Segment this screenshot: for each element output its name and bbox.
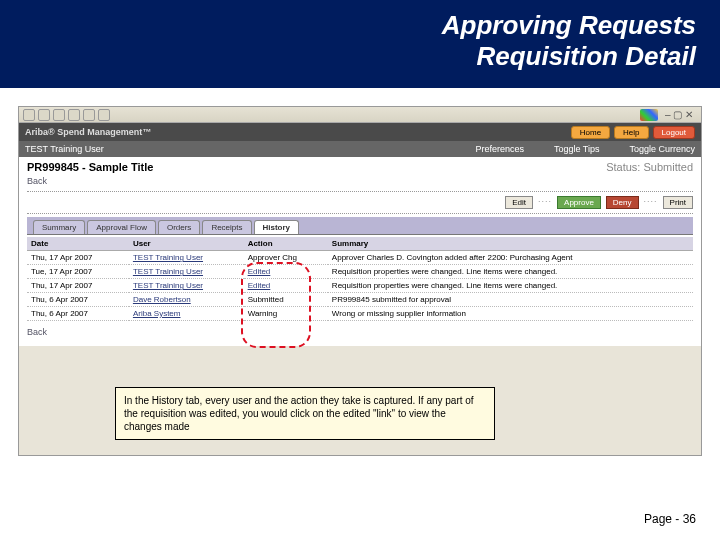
cell-summary: Wrong or missing supplier information	[328, 307, 693, 321]
cell-summary: Approver Charles D. Covington added afte…	[328, 251, 693, 265]
nav-toggle-tips[interactable]: Toggle Tips	[554, 144, 600, 154]
table-row: Thu, 17 Apr 2007TEST Training UserApprov…	[27, 251, 693, 265]
deny-button[interactable]: Deny	[606, 196, 639, 209]
cell-date: Thu, 6 Apr 2007	[27, 293, 129, 307]
cell-user[interactable]: Ariba System	[129, 307, 244, 321]
help-button[interactable]: Help	[614, 126, 648, 139]
slide-title-bar: Approving Requests Requisition Detail	[0, 0, 720, 88]
home-button[interactable]: Home	[571, 126, 610, 139]
cell-user[interactable]: TEST Training User	[129, 279, 244, 293]
app-header: Ariba® Spend Management™ Home Help Logou…	[19, 123, 701, 141]
table-row: Thu, 17 Apr 2007TEST Training UserEdited…	[27, 279, 693, 293]
table-row: Thu, 6 Apr 2007Dave RobertsonSubmittedPR…	[27, 293, 693, 307]
cell-summary: PR999845 submitted for approval	[328, 293, 693, 307]
cell-date: Thu, 6 Apr 2007	[27, 307, 129, 321]
cell-action: Warning	[244, 307, 328, 321]
approve-button[interactable]: Approve	[557, 196, 601, 209]
search-icon[interactable]	[98, 109, 110, 121]
tab-receipts[interactable]: Receipts	[202, 220, 251, 234]
cell-summary: Requisition properties were changed. Lin…	[328, 279, 693, 293]
tab-summary[interactable]: Summary	[33, 220, 85, 234]
col-action: Action	[244, 237, 328, 251]
annotation-box: In the History tab, every user and the a…	[115, 387, 495, 440]
window-controls[interactable]: – ▢ ✕	[661, 109, 697, 120]
cell-summary: Requisition properties were changed. Lin…	[328, 265, 693, 279]
tab-orders[interactable]: Orders	[158, 220, 200, 234]
brand-label: Ariba® Spend Management™	[25, 127, 151, 137]
nav-strip: TEST Training User Preferences Toggle Ti…	[19, 141, 701, 157]
current-user-label: TEST Training User	[25, 144, 104, 154]
home-icon[interactable]	[83, 109, 95, 121]
tab-approval-flow[interactable]: Approval Flow	[87, 220, 156, 234]
cell-user[interactable]: TEST Training User	[129, 251, 244, 265]
edit-button[interactable]: Edit	[505, 196, 533, 209]
tab-history[interactable]: History	[254, 220, 300, 234]
cell-action[interactable]: Edited	[244, 279, 328, 293]
cell-action: Approver Chg	[244, 251, 328, 265]
back-link-top[interactable]: Back	[27, 176, 693, 186]
nav-toggle-currency[interactable]: Toggle Currency	[629, 144, 695, 154]
browser-toolbar: – ▢ ✕	[19, 107, 701, 123]
nav-preferences[interactable]: Preferences	[475, 144, 524, 154]
print-button[interactable]: Print	[663, 196, 693, 209]
cell-action: Submitted	[244, 293, 328, 307]
page-content: PR999845 - Sample Title Status: Submitte…	[19, 157, 701, 346]
table-row: Thu, 6 Apr 2007Ariba SystemWarningWrong …	[27, 307, 693, 321]
page-number: Page - 36	[644, 512, 696, 526]
forward-icon[interactable]	[38, 109, 50, 121]
requisition-title: PR999845 - Sample Title	[27, 161, 153, 173]
refresh-icon[interactable]	[68, 109, 80, 121]
cell-user[interactable]: TEST Training User	[129, 265, 244, 279]
slide-title-line1: Approving Requests	[442, 10, 696, 40]
table-row: Tue, 17 Apr 2007TEST Training UserEdited…	[27, 265, 693, 279]
cell-user[interactable]: Dave Robertson	[129, 293, 244, 307]
col-summary: Summary	[328, 237, 693, 251]
cell-date: Tue, 17 Apr 2007	[27, 265, 129, 279]
stop-icon[interactable]	[53, 109, 65, 121]
cell-date: Thu, 17 Apr 2007	[27, 251, 129, 265]
windows-flag-icon	[640, 109, 658, 121]
logout-button[interactable]: Logout	[653, 126, 695, 139]
embedded-screenshot: – ▢ ✕ Ariba® Spend Management™ Home Help…	[18, 106, 702, 456]
status-badge: Status: Submitted	[606, 161, 693, 173]
history-table: Date User Action Summary Thu, 17 Apr 200…	[27, 237, 693, 321]
back-icon[interactable]	[23, 109, 35, 121]
action-row: Edit ···· Approve Deny ···· Print	[27, 196, 693, 209]
col-date: Date	[27, 237, 129, 251]
back-link-bottom[interactable]: Back	[27, 327, 693, 337]
col-user: User	[129, 237, 244, 251]
tab-bar: Summary Approval Flow Orders Receipts Hi…	[27, 217, 693, 235]
cell-action[interactable]: Edited	[244, 265, 328, 279]
cell-date: Thu, 17 Apr 2007	[27, 279, 129, 293]
slide-title-line2: Requisition Detail	[476, 41, 696, 71]
